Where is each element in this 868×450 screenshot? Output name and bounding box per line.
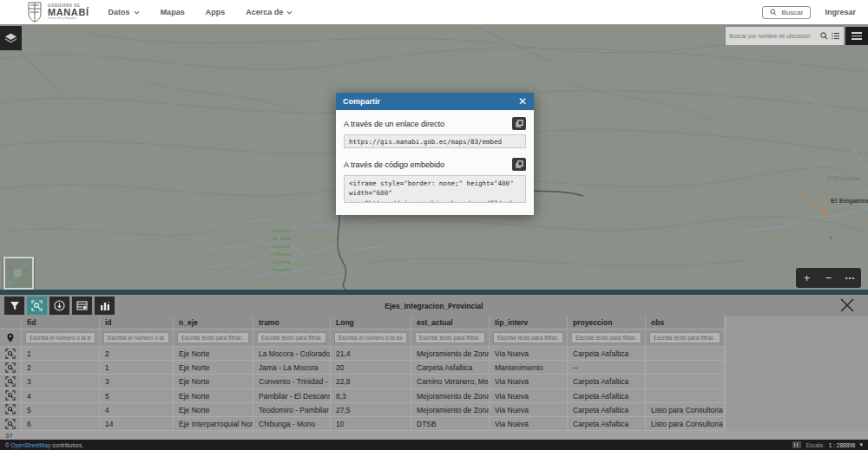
zoom-to-feature-icon[interactable] — [0, 389, 22, 402]
cell-tip_interv: Via Nueva — [490, 375, 568, 388]
table-row[interactable]: 614Eje Interparroquial NorteChibunga - M… — [0, 417, 725, 431]
more-options-button[interactable]: ••• — [839, 268, 861, 288]
filter-input-tip_interv[interactable] — [493, 332, 563, 343]
cell-long: 8,3 — [331, 389, 411, 402]
download-icon — [54, 300, 65, 311]
cell-tramo: Convento - Trinidad - La Cumb — [253, 375, 331, 388]
login-link[interactable]: Ingresar — [825, 8, 856, 16]
filter-input-tramo[interactable] — [257, 332, 326, 343]
copy-embed-button[interactable] — [512, 158, 526, 171]
logo-line3: Desarrollo y Equidad — [48, 17, 89, 21]
column-header-Long[interactable]: Long — [331, 316, 411, 329]
filter-cell — [411, 329, 490, 346]
filter-cell — [490, 329, 568, 346]
embed-code-label: A través de código embebido — [344, 160, 444, 169]
filter-input-n_eje[interactable] — [177, 332, 249, 343]
filter-input-proyeccion[interactable] — [571, 332, 641, 343]
zoom-to-feature-icon[interactable] — [0, 417, 22, 430]
column-header-obs[interactable]: obs — [646, 316, 725, 329]
filter-input-id[interactable] — [103, 332, 169, 343]
nav-item-apps[interactable]: Apps — [206, 8, 226, 16]
filter-input-fid[interactable] — [25, 332, 95, 343]
table-row[interactable]: 21Eje NorteJama - La Mocora20Carpeta Asf… — [0, 361, 725, 375]
column-header-tramo[interactable]: tramo — [253, 316, 331, 329]
hamburger-icon — [852, 32, 862, 34]
cell-long: 10 — [331, 417, 411, 430]
nav-item-datos[interactable]: Datos — [108, 8, 140, 16]
cell-id: 14 — [100, 417, 174, 430]
filter-input-obs[interactable] — [649, 332, 720, 343]
table-row[interactable]: 12Eje NorteLa Mocora - Colorado - Conve2… — [0, 347, 725, 361]
cell-est_actual: Mejoramiento de Zona — [411, 403, 490, 416]
cell-fid: 3 — [22, 375, 100, 388]
column-header-proyeccion[interactable]: proyeccion — [568, 316, 646, 329]
filter-button[interactable] — [4, 297, 24, 315]
openstreetmap-link[interactable]: OpenStreetMap — [11, 442, 51, 448]
results-list-icon[interactable] — [832, 32, 840, 40]
download-button[interactable] — [49, 297, 69, 315]
filter-icon — [10, 301, 20, 311]
column-header-n_eje[interactable]: n_eje — [174, 316, 253, 329]
table-row[interactable]: 33Eje NorteConvento - Trinidad - La Cumb… — [0, 375, 725, 388]
copy-link-button[interactable] — [512, 117, 526, 130]
cell-obs — [646, 361, 725, 374]
zoom-out-button[interactable]: − — [818, 268, 839, 288]
zoom-to-selection-button[interactable] — [27, 297, 47, 315]
filter-cell — [174, 329, 253, 346]
map-search-input[interactable] — [729, 33, 820, 39]
header-search-button[interactable]: Buscar — [762, 6, 811, 19]
share-dialog-header: Compartir ✕ — [336, 93, 534, 110]
zoom-selection-icon — [31, 300, 43, 311]
cell-proyeccion: -- — [568, 361, 646, 374]
search-icon[interactable] — [820, 32, 828, 40]
header-spacer — [0, 316, 22, 329]
coordinates-grid-button[interactable] — [792, 441, 801, 448]
filter-cell — [646, 329, 725, 346]
zoom-to-feature-icon[interactable] — [0, 347, 22, 360]
close-table-button[interactable] — [838, 297, 856, 314]
main-nav: Datos Mapas Apps Acerca de — [108, 8, 293, 16]
scale-label: Escala: — [806, 442, 824, 448]
cell-obs — [646, 375, 725, 388]
zoom-to-feature-icon[interactable] — [0, 403, 22, 416]
chart-button[interactable] — [95, 297, 115, 315]
scale-chevron-icon[interactable]: ▾ — [859, 441, 863, 448]
table-row[interactable]: 54Eje NorteTeodomiro - Pambilar - Rio Va… — [0, 403, 725, 417]
embed-code-textarea[interactable]: <iframe style="border: none;" height="40… — [344, 175, 526, 203]
layers-button[interactable] — [0, 26, 22, 50]
overview-map[interactable] — [3, 257, 34, 290]
copy-icon — [516, 160, 523, 168]
cell-est_actual: Camino Veranero, Mejoramier — [411, 375, 490, 388]
column-header-fid[interactable]: fid — [22, 316, 100, 329]
cell-tramo: La Mocora - Colorado - Conve — [253, 347, 331, 360]
column-header-id[interactable]: id — [100, 316, 174, 329]
zoom-to-feature-icon[interactable] — [0, 375, 22, 388]
table-gear-icon — [76, 301, 88, 311]
table-row[interactable]: 45Eje NortePambilar - El Descanso - Rio … — [0, 389, 725, 403]
cell-fid: 6 — [22, 417, 100, 430]
cell-id: 1 — [100, 361, 174, 374]
gobierno-manabi-logo[interactable]: GOBIERNO DE MANABÍ Desarrollo y Equidad — [26, 2, 89, 23]
zoom-to-feature-icon[interactable] — [0, 361, 22, 374]
bar-chart-icon — [100, 301, 110, 311]
cell-proyeccion: Carpeta Asfaltica — [568, 389, 646, 402]
grid-icon — [794, 443, 799, 447]
direct-link-input[interactable] — [344, 134, 526, 148]
filter-input-est_actual[interactable] — [415, 332, 485, 343]
menu-button[interactable] — [845, 27, 868, 45]
map-pin-icon[interactable] — [7, 333, 14, 342]
close-icon[interactable]: ✕ — [518, 96, 527, 107]
zoom-in-button[interactable]: + — [796, 268, 818, 288]
cell-fid: 4 — [22, 389, 100, 402]
cell-obs: Listo para Consultoria — [646, 417, 725, 430]
nav-item-acerca-de[interactable]: Acerca de — [246, 8, 293, 16]
column-header-est_actual[interactable]: est_actual — [411, 316, 490, 329]
filter-input-Long[interactable] — [334, 332, 407, 343]
cell-long: 21,4 — [331, 347, 411, 360]
column-header-tip_interv[interactable]: tip_interv — [490, 316, 568, 329]
nav-item-mapas[interactable]: Mapas — [161, 8, 185, 16]
table-options-button[interactable] — [72, 297, 92, 315]
cell-long: 22,8 — [331, 375, 411, 388]
cell-est_actual: DTSB — [411, 417, 490, 430]
map-search-bar — [726, 27, 844, 45]
